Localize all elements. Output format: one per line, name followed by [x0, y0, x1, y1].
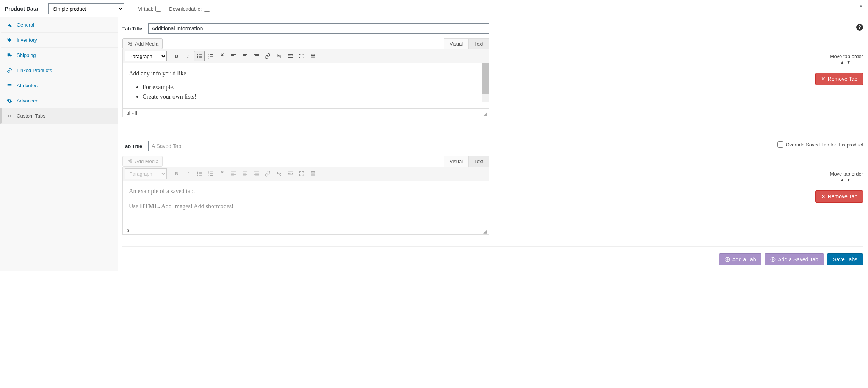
product-type-select[interactable]: Simple product: [48, 3, 124, 14]
add-media-button-disabled: Add Media: [122, 156, 163, 167]
visual-tab[interactable]: Visual: [444, 156, 468, 167]
link-button: [262, 168, 273, 179]
svg-text:3: 3: [208, 175, 209, 177]
sidebar-label: Attributes: [17, 83, 38, 88]
footer-actions: Add a Tab Add a Saved Tab Save Tabs: [122, 246, 863, 265]
svg-rect-24: [255, 58, 259, 58]
align-left-button: [228, 168, 239, 179]
downloadable-checkbox-label[interactable]: Downloadable:: [169, 6, 210, 12]
move-order-label: Move tab order: [830, 171, 863, 177]
add-media-button[interactable]: Add Media: [122, 38, 163, 49]
editor-path-bar: ul » li ◢: [122, 109, 489, 117]
svg-rect-34: [312, 54, 313, 55]
tab-divider: [122, 129, 863, 129]
readmore-button[interactable]: [285, 51, 296, 61]
svg-rect-12: [210, 58, 213, 58]
move-up-icon[interactable]: ▲: [840, 178, 846, 182]
resize-handle-icon[interactable]: ◢: [483, 112, 488, 116]
svg-rect-19: [243, 57, 247, 57]
sidebar-item-linked[interactable]: Linked Products: [0, 63, 118, 78]
svg-rect-4: [199, 54, 202, 55]
numbered-list-button[interactable]: 123: [205, 51, 216, 61]
sidebar-label: Linked Products: [17, 68, 52, 73]
align-left-button[interactable]: [228, 51, 239, 61]
sidebar-item-advanced[interactable]: Advanced: [0, 93, 118, 108]
title-dash: —: [39, 6, 44, 12]
svg-rect-69: [311, 171, 315, 173]
align-right-button: [251, 168, 262, 179]
add-tab-button[interactable]: Add a Tab: [719, 253, 762, 265]
save-tabs-button[interactable]: Save Tabs: [827, 253, 863, 265]
sidebar-item-shipping[interactable]: Shipping: [0, 48, 118, 63]
fullscreen-button[interactable]: [296, 51, 307, 61]
resize-handle-icon[interactable]: ◢: [483, 229, 488, 234]
sidebar-item-inventory[interactable]: Inventory: [0, 33, 118, 48]
italic-button[interactable]: I: [183, 51, 193, 61]
svg-rect-15: [231, 57, 236, 57]
bulleted-list-button: [194, 168, 205, 179]
add-saved-tab-button[interactable]: Add a Saved Tab: [765, 253, 824, 265]
sidebar-item-general[interactable]: General: [0, 17, 118, 33]
toolbar-toggle-button[interactable]: [308, 51, 318, 61]
svg-rect-62: [255, 176, 259, 176]
link-button[interactable]: [262, 51, 273, 61]
downloadable-checkbox[interactable]: [204, 6, 210, 12]
svg-rect-44: [199, 175, 202, 175]
truck-icon: [7, 53, 14, 58]
align-right-button[interactable]: [251, 51, 262, 61]
add-media-label: Add Media: [135, 41, 158, 47]
svg-rect-72: [313, 172, 314, 172]
svg-rect-63: [288, 172, 293, 172]
remove-tab-label: Remove Tab: [828, 76, 857, 82]
editor-paragraph: Use HTML. Add Images! Add shortcodes!: [129, 201, 483, 211]
svg-rect-25: [288, 54, 293, 55]
svg-rect-73: [314, 172, 315, 172]
svg-rect-16: [231, 58, 234, 58]
unlink-button[interactable]: [274, 51, 284, 61]
svg-rect-57: [243, 174, 247, 174]
media-icon: [127, 158, 133, 164]
editor-content-area[interactable]: Add any info you'd like. For example, Cr…: [122, 63, 489, 109]
move-down-icon[interactable]: ▼: [846, 178, 853, 182]
remove-tab-button[interactable]: ✕ Remove Tab: [815, 190, 863, 203]
editor-path: p: [127, 228, 129, 233]
tab-title-input[interactable]: [148, 23, 489, 34]
close-icon: ✕: [821, 76, 826, 82]
svg-rect-54: [231, 176, 234, 176]
editor-scrollbar[interactable]: [482, 63, 489, 102]
custom-tab-2: Tab Title Add Media Visual Text: [122, 141, 863, 235]
text-tab[interactable]: Text: [468, 156, 489, 167]
virtual-checkbox[interactable]: [155, 6, 161, 12]
virtual-checkbox-label[interactable]: Virtual:: [138, 6, 161, 12]
remove-tab-button[interactable]: ✕ Remove Tab: [815, 73, 863, 85]
panel-header: Product Data — Simple product Virtual: D…: [0, 0, 868, 17]
editor-path: ul » li: [127, 110, 137, 116]
link-icon: [7, 68, 14, 73]
align-center-button[interactable]: [240, 51, 250, 61]
sidebar-item-custom-tabs[interactable]: Custom Tabs: [0, 108, 118, 124]
move-down-icon[interactable]: ▼: [846, 60, 853, 64]
visual-tab[interactable]: Visual: [444, 38, 468, 49]
editor-paragraph: An example of a saved tab.: [129, 186, 483, 196]
svg-rect-21: [254, 54, 259, 55]
svg-point-39: [197, 172, 198, 173]
readmore-button: [285, 168, 296, 179]
bold-button[interactable]: B: [171, 51, 182, 61]
format-select[interactable]: Paragraph: [125, 51, 167, 61]
move-up-icon[interactable]: ▲: [840, 60, 846, 64]
sidebar-item-attributes[interactable]: Attributes: [0, 78, 118, 93]
editor-paragraph: Add any info you'd like.: [129, 70, 188, 77]
product-data-panel: Product Data — Simple product Virtual: D…: [0, 0, 868, 271]
svg-rect-23: [254, 57, 259, 57]
svg-rect-67: [292, 173, 293, 174]
svg-rect-70: [311, 172, 312, 172]
svg-rect-17: [243, 54, 247, 55]
bulleted-list-button[interactable]: [194, 51, 205, 61]
text-tab[interactable]: Text: [468, 38, 489, 49]
help-icon[interactable]: ?: [856, 24, 863, 31]
svg-point-3: [197, 57, 198, 58]
collapse-toggle-icon[interactable]: ▲: [859, 3, 863, 8]
override-checkbox[interactable]: [777, 141, 783, 148]
svg-rect-11: [210, 56, 213, 56]
blockquote-button[interactable]: “: [217, 51, 227, 61]
